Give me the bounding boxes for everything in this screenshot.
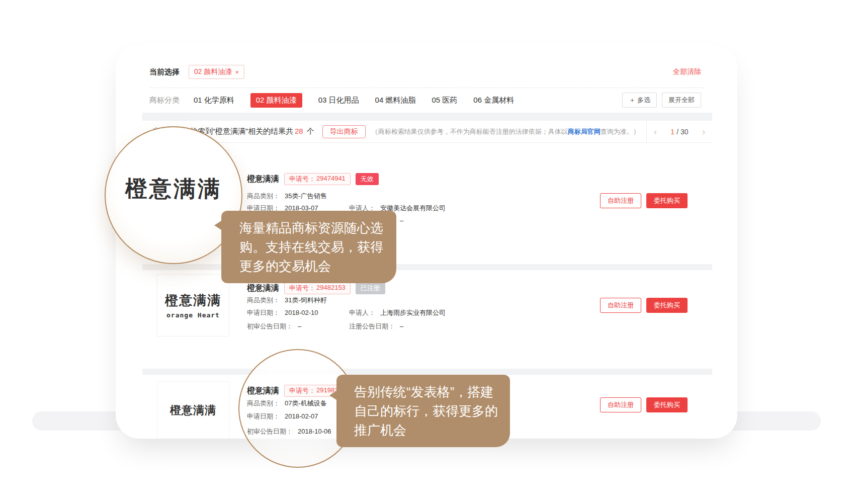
category-actions: ＋ 多选 展开全部 [622,93,701,108]
trademark-image-text: 橙意满满 [165,292,221,309]
trademark-category-row: 商标分类 01 化学原料 02 颜料油漆 03 日化用品 04 燃料油脂 05 … [142,88,712,113]
entrust-purchase-button[interactable]: 委托购买 [646,397,688,412]
field-label: 初审公告日期： [247,428,293,435]
next-page-icon[interactable]: › [702,127,705,136]
multi-select-button[interactable]: ＋ 多选 [622,93,657,108]
trademark-name: 橙意满满 [247,174,279,185]
current-selection-label: 当前选择 [149,67,180,77]
apply-date-field: 申请日期：2018-02-07 [247,412,318,421]
tooltip-arrow-icon [214,221,221,230]
application-number-tag: 申请号：29482153 [284,282,351,294]
field-value: – [400,322,403,330]
field-value: 2018-02-10 [285,309,318,316]
tooltip-text: 告别传统“发表格”，搭建自己的标行，获得更多的推广机会 [354,384,498,438]
field-value: 2018-10-06 [298,428,331,435]
callout-tooltip-promotion: 告别传统“发表格”，搭建自己的标行，获得更多的推广机会 [336,375,510,447]
magnified-trademark-text: 橙意满满 [125,174,222,204]
field-label: 申请日期： [247,309,280,316]
field-label: 商品类别： [247,399,280,407]
field-label: 初审公告日期： [247,322,293,330]
self-register-button[interactable]: 自助注册 [600,193,641,208]
app-no-label: 申请号： [289,284,315,293]
summary-suffix: 个 [305,127,314,135]
tooltip-text: 海量精品商标资源随心选购。支持在线交易，获得更多的交易机会 [239,220,383,274]
total-pages: 30 [680,128,689,136]
row-actions: 自助注册 委托购买 [600,397,688,412]
trademark-image: 橙意满满 [157,381,229,439]
close-icon[interactable]: × [235,68,239,76]
first-publication-field: 初审公告日期：– [247,322,301,331]
trademark-image: 橙意满满 orange Heart [157,274,229,337]
first-publication-field: 初审公告日期：2018-10-06 [247,427,331,436]
category-label: 商标分类 [149,96,180,105]
field-label: 商品类别： [247,296,280,304]
page-divider: / [676,128,678,136]
category-item-02-active[interactable]: 02 颜料油漆 [250,93,302,108]
tooltip-arrow-icon [329,391,336,400]
applicant-field: 申请人：上海雨步实业有限公司 [349,308,446,317]
category-item-05[interactable]: 05 医药 [432,96,457,105]
application-number-tag: 申请号：29474941 [284,173,351,185]
field-label: 商品类别： [247,192,280,200]
disclaimer-suffix: 查询为准。） [601,128,640,135]
category-item-01[interactable]: 01 化学原料 [194,96,234,105]
page: 当前选择 02 颜料油漆 × 全部清除 商标分类 01 化学原料 02 颜料油漆… [0,0,853,504]
row-actions: 自助注册 委托购买 [600,298,688,313]
status-badge: 已注册 [356,282,385,294]
field-value: – [298,322,301,330]
self-register-button[interactable]: 自助注册 [600,397,641,412]
trademark-title-line: 橙意满满 申请号：29474941 无效 [247,173,379,185]
entrust-purchase-button[interactable]: 委托购买 [646,298,688,313]
field-label: 申请人： [349,309,375,316]
category-field: 商品类别：35类-广告销售 [247,192,327,201]
trademark-name: 橙意满满 [247,386,279,396]
app-no-label: 申请号： [289,386,315,395]
current-selection-row: 当前选择 02 颜料油漆 × 全部清除 [142,56,712,88]
expand-all-button[interactable]: 展开全部 [662,93,701,108]
results-header: 当前分类下检索到“橙意满满”相关的结果共28 个 导出商标 （商标检索结果仅供参… [142,121,712,143]
field-value: 35类-广告销售 [285,192,327,200]
trademark-office-link[interactable]: 商标局官网 [568,128,601,135]
field-label: 注册公告日期： [349,322,395,330]
category-item-04[interactable]: 04 燃料油脂 [375,96,416,105]
selected-filter-text: 02 颜料油漆 [194,67,232,76]
export-trademarks-button[interactable]: 导出商标 [322,125,366,138]
category-item-06[interactable]: 06 金属材料 [473,96,514,105]
self-register-button[interactable]: 自助注册 [600,298,641,313]
category-field: 商品类别：07类-机械设备 [247,399,327,408]
trademark-name: 橙意满满 [247,283,279,294]
reg-publication-field: 注册公告日期：– [349,322,403,331]
status-badge: 无效 [356,173,379,185]
field-label: 申请日期： [247,412,280,420]
pagination: ‹ 1/30 › [646,121,712,142]
field-value: 07类-机械设备 [285,399,327,407]
page-indicator: 1/30 [670,128,688,136]
selected-filter-chip[interactable]: 02 颜料油漆 × [189,65,244,79]
clear-all-link[interactable]: 全部清除 [673,67,701,76]
disclaimer: （商标检索结果仅供参考，不作为商标能否注册的法律依据；具体以商标局官网查询为准。… [372,127,640,136]
callout-tooltip-marketplace: 海量精品商标资源随心选购。支持在线交易，获得更多的交易机会 [221,211,396,283]
disclaimer-text: （商标检索结果仅供参考，不作为商标能否注册的法律依据；具体以 [372,128,568,135]
app-no-label: 申请号： [289,175,315,184]
category-field: 商品类别：31类-饲料种籽 [247,296,327,305]
prev-page-icon[interactable]: ‹ [654,127,657,136]
trademark-image-subtext: orange Heart [166,311,220,319]
category-item-03[interactable]: 03 日化用品 [318,96,359,105]
field-value: 31类-饲料种籽 [285,296,327,304]
field-value: – [400,217,403,224]
category-items: 01 化学原料 02 颜料油漆 03 日化用品 04 燃料油脂 05 医药 06… [194,93,514,108]
filter-panel: 当前选择 02 颜料油漆 × 全部清除 商标分类 01 化学原料 02 颜料油漆… [142,56,712,113]
apply-date-field: 申请日期：2018-02-10 [247,308,318,317]
results-count: 28 [295,127,303,135]
app-no-value: 29474941 [316,175,346,184]
trademark-image-text: 橙意满满 [170,403,216,418]
field-value: 上海雨步实业有限公司 [380,309,446,316]
entrust-purchase-button[interactable]: 委托购买 [646,193,688,208]
app-no-value: 29482153 [316,284,346,293]
current-page: 1 [670,128,674,136]
table-row: 橙意满满 orange Heart 橙意满满 申请号：29482153 已注册 … [142,270,712,369]
row-actions: 自助注册 委托购买 [600,193,688,208]
trademark-title-line: 橙意满满 申请号：29482153 已注册 [247,282,385,294]
field-value: 2018-02-07 [285,412,318,420]
